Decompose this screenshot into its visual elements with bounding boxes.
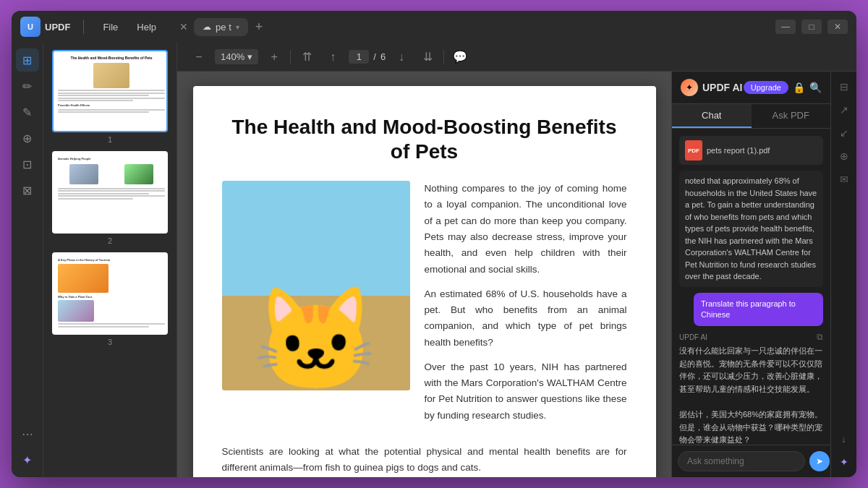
menu-file[interactable]: File: [97, 19, 124, 35]
tab-ask-pdf[interactable]: Ask PDF: [752, 104, 831, 128]
tool-pages[interactable]: ⊞: [16, 48, 39, 72]
ai-tabs: Chat Ask PDF: [672, 104, 830, 129]
app-window: U UPDF File Help ✕ ☁ pe t ▾ + — □ ✕ ⊞ ✏: [12, 11, 856, 477]
ai-bottom-icon[interactable]: ✦: [835, 453, 854, 471]
save-icon[interactable]: ↓: [835, 429, 854, 448]
updf-logo-text: UPDF: [45, 22, 70, 33]
ai-message: noted that approximately 68% of househol…: [679, 171, 823, 287]
pdf-para3: Over the past 10 years, NIH has partnere…: [425, 359, 627, 424]
pdf-cat-image: 🐱: [222, 181, 410, 390]
lock-icon[interactable]: 🔒: [793, 82, 805, 93]
barcode-icon[interactable]: ⊟: [835, 77, 854, 96]
page-top-btn[interactable]: ⇈: [297, 47, 317, 67]
close-btn[interactable]: ✕: [827, 20, 848, 34]
page-total: 6: [380, 51, 386, 62]
thumb-page-2: Animals Helping People: [52, 151, 168, 234]
thumb-label-1: 1: [108, 135, 112, 144]
active-tab[interactable]: ☁ pe t ▾: [194, 18, 248, 36]
tool-add[interactable]: ⊕: [16, 127, 39, 150]
thumbnail-page-2[interactable]: Animals Helping People: [49, 151, 171, 245]
toolbar-divider-2: [443, 50, 444, 64]
ai-search-input[interactable]: [678, 451, 805, 471]
tool-crop[interactable]: ⊡: [16, 153, 39, 176]
window-controls: — □ ✕: [775, 20, 848, 34]
ai-file-name: pets report (1).pdf: [707, 145, 770, 155]
comment-btn[interactable]: 💬: [450, 47, 470, 67]
toolbar: − 140% ▾ + ⇈ ↑ / 6 ↓ ⇊ 💬: [177, 43, 856, 72]
tool-extract[interactable]: ⊠: [16, 179, 39, 202]
ai-response-header: UPDF AI ⧉: [679, 332, 823, 342]
search-icon[interactable]: 🔍: [809, 82, 822, 93]
thumb-page-1: The Health and Mood-Boosting Benefits of…: [52, 50, 168, 132]
pdf-page: The Health and Mood-Boosting Benefits of…: [193, 86, 656, 477]
ai-response-text: 没有什么能比回家与一只忠诚的伴侣在一起的喜悦。宠物的无条件爱可以不仅仅陪伴你，还…: [679, 345, 823, 445]
pdf-para1: Nothing compares to the joy of coming ho…: [425, 181, 627, 278]
ai-logo-text: UPDF AI: [702, 82, 742, 93]
tab-close-btn[interactable]: ✕: [176, 20, 191, 34]
minimize-btn[interactable]: —: [775, 20, 796, 34]
ai-send-button[interactable]: ➤: [809, 451, 830, 471]
upgrade-button[interactable]: Upgrade: [744, 81, 788, 94]
right-icon-bar: ⊟ ↗ ↙ ⊕ ✉ ↓ ✦: [830, 72, 856, 477]
tool-edit[interactable]: ✏: [16, 74, 39, 98]
tab-add-btn[interactable]: +: [251, 20, 268, 35]
title-divider: [83, 20, 84, 34]
tab-chat[interactable]: Chat: [672, 104, 752, 128]
updf-logo-icon: U: [20, 17, 41, 37]
copy-icon[interactable]: ⧉: [817, 332, 823, 342]
page-nav: / 6: [349, 50, 386, 64]
tab-cloud-icon: ☁: [203, 22, 211, 32]
page-input[interactable]: [349, 50, 369, 64]
pdf-two-col: 🐱 Nothing compares to the joy of coming …: [222, 181, 627, 432]
page-bottom-btn[interactable]: ⇊: [417, 47, 438, 67]
maximize-btn[interactable]: □: [801, 20, 822, 34]
updf-logo: U UPDF: [20, 17, 70, 37]
thumb-label-3: 3: [108, 338, 112, 346]
thumb-label-2: 2: [108, 236, 112, 245]
mail-icon[interactable]: ✉: [835, 170, 854, 189]
tool-ai[interactable]: ✦: [16, 448, 39, 471]
ai-panel: ✦ UPDF AI Upgrade 🔒 🔍 Chat Ask PDF: [671, 72, 830, 477]
share-icon[interactable]: ⊕: [835, 147, 854, 166]
ai-header-actions: Upgrade 🔒 🔍: [744, 81, 822, 94]
tool-sidebar: ⊞ ✏ ✎ ⊕ ⊡ ⊠ ⋯ ✦: [12, 43, 43, 477]
tool-annotate[interactable]: ✎: [16, 100, 39, 124]
thumbnail-page-3[interactable]: A Key Phase in the History of Tourism Wh…: [49, 252, 171, 346]
ai-logo-icon: ✦: [681, 79, 698, 96]
ai-header: ✦ UPDF AI Upgrade 🔒 🔍: [672, 72, 830, 104]
tab-dropdown-icon[interactable]: ▾: [236, 23, 239, 31]
zoom-level: 140%: [221, 51, 244, 62]
thumbnail-panel: The Health and Mood-Boosting Benefits of…: [43, 43, 177, 477]
tool-more[interactable]: ⋯: [16, 422, 39, 445]
export-icon[interactable]: ↗: [835, 100, 854, 119]
page-separator: /: [373, 51, 376, 62]
menu-help[interactable]: Help: [131, 19, 162, 35]
zoom-in-btn[interactable]: +: [264, 47, 284, 67]
tab-name: pe t: [216, 22, 231, 33]
ai-input-area: ➤: [672, 445, 830, 477]
zoom-dropdown-icon: ▾: [247, 51, 252, 62]
pdf-viewer[interactable]: The Health and Mood-Boosting Benefits of…: [177, 72, 671, 477]
pdf-full-para: Scientists are looking at what the poten…: [222, 444, 627, 476]
zoom-display[interactable]: 140% ▾: [215, 49, 258, 64]
thumbnail-page-1[interactable]: The Health and Mood-Boosting Benefits of…: [49, 50, 171, 144]
ai-file-ref: PDF pets report (1).pdf: [679, 136, 823, 165]
title-bar: U UPDF File Help ✕ ☁ pe t ▾ + — □ ✕: [12, 11, 856, 43]
zoom-out-btn[interactable]: −: [189, 47, 209, 67]
pdf-text-column: Nothing compares to the joy of coming ho…: [425, 181, 627, 432]
thumb-page-3: A Key Phase in the History of Tourism Wh…: [52, 252, 168, 335]
pdf-title: The Health and Mood-Boosting Benefits of…: [222, 115, 627, 163]
pdf-and-ai: The Health and Mood-Boosting Benefits of…: [177, 72, 856, 477]
ai-prompt-bubble: Translate this paragraph to Chinese: [694, 293, 823, 327]
ai-content: PDF pets report (1).pdf noted that appro…: [672, 129, 830, 445]
page-down-btn[interactable]: ↓: [391, 47, 412, 67]
tab-bar: ✕ ☁ pe t ▾ +: [176, 18, 775, 36]
title-bar-left: U UPDF File Help: [20, 17, 162, 37]
import-icon[interactable]: ↙: [835, 124, 854, 142]
page-up-btn[interactable]: ↑: [323, 47, 343, 67]
ai-logo: ✦ UPDF AI: [681, 79, 742, 96]
pdf-file-icon: PDF: [685, 140, 702, 160]
pdf-para2: An estimated 68% of U.S. households have…: [425, 286, 627, 351]
main-content: ⊞ ✏ ✎ ⊕ ⊡ ⊠ ⋯ ✦ The Health and Mood-Boos…: [12, 43, 856, 477]
ai-response-label: UPDF AI: [679, 333, 707, 341]
